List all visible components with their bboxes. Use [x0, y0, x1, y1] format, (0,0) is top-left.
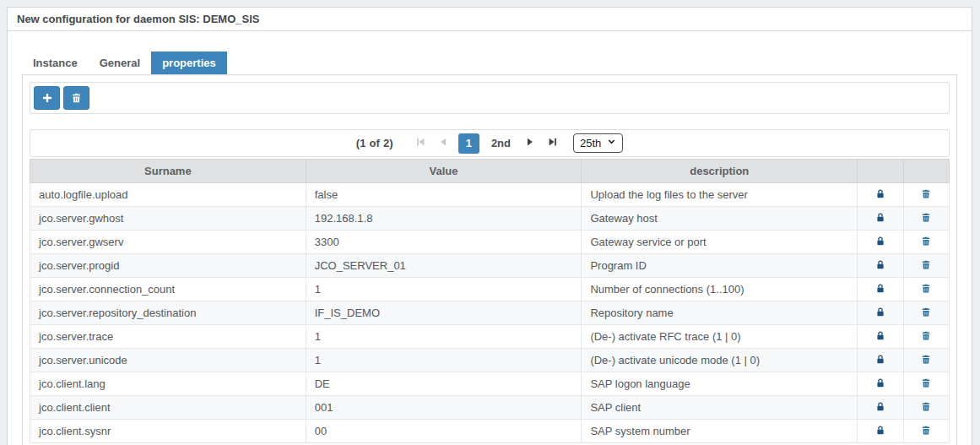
- lock-button[interactable]: [870, 210, 891, 227]
- plus-icon: [41, 92, 53, 104]
- column-header-delete: [903, 160, 949, 183]
- property-value-cell: 192.168.1.8: [306, 207, 582, 231]
- table-row[interactable]: jco.client.lang DE SAP logon language: [30, 372, 950, 396]
- property-description-cell: Number of connections (1..100): [582, 278, 858, 301]
- table-row[interactable]: jco.server.unicode 1 (De-) activate unic…: [30, 349, 950, 372]
- property-description-cell: Upload the log files to the server: [582, 183, 858, 207]
- properties-tab-panel: (1 of 2) 1 2nd: [22, 74, 957, 445]
- property-description-cell: (De-) activate unicode mode (1 | 0): [582, 349, 858, 372]
- property-name-cell: jco.server.connection_count: [30, 278, 306, 301]
- lock-button[interactable]: [870, 234, 891, 251]
- lock-button[interactable]: [870, 305, 891, 322]
- property-value-cell: 3300: [306, 231, 582, 254]
- tab-bar: Instance General properties: [22, 52, 957, 74]
- lock-button[interactable]: [870, 423, 891, 440]
- table-row[interactable]: jco.server.repository_destination IF_IS_…: [30, 301, 950, 325]
- table-row[interactable]: jco.server.gwhost 192.168.1.8 Gateway ho…: [30, 207, 950, 231]
- lock-icon: [875, 330, 885, 344]
- rows-per-page-select[interactable]: 25th: [573, 133, 623, 153]
- property-value-cell: DE: [306, 372, 582, 396]
- row-delete-button[interactable]: [916, 210, 936, 227]
- chevron-down-icon: [607, 137, 616, 149]
- trash-icon: [921, 377, 931, 391]
- table-row[interactable]: jco.server.gwserv 3300 Gateway service o…: [30, 231, 950, 254]
- property-name-cell: jco.server.repository_destination: [30, 301, 306, 325]
- property-name-cell: jco.server.unicode: [30, 349, 306, 372]
- property-value-cell: IF_IS_DEMO: [306, 301, 582, 325]
- column-header-description: description: [582, 160, 858, 183]
- table-row[interactable]: jco.server.progid JCO_SERVER_01 Program …: [30, 254, 950, 278]
- property-name-cell: jco.server.gwhost: [30, 207, 306, 231]
- lock-button[interactable]: [870, 352, 891, 369]
- property-description-cell: (De-) activate RFC trace (1 | 0): [582, 325, 858, 349]
- table-body: auto.logfile.upload false Upload the log…: [30, 183, 950, 443]
- property-value-cell: 1: [306, 278, 582, 301]
- lock-icon: [875, 377, 885, 391]
- property-value-cell: 00: [306, 420, 582, 443]
- lock-icon: [875, 259, 885, 273]
- delete-selected-button[interactable]: [63, 86, 89, 110]
- row-delete-button[interactable]: [916, 399, 936, 416]
- trash-icon: [921, 283, 931, 296]
- trash-icon: [71, 92, 82, 104]
- table-row[interactable]: jco.client.sysnr 00 SAP system number: [30, 420, 950, 443]
- add-property-button[interactable]: [34, 86, 60, 110]
- property-name-cell: jco.server.trace: [30, 325, 306, 349]
- column-header-surname: Surname: [30, 160, 306, 183]
- trash-icon: [921, 354, 931, 367]
- property-name-cell: jco.client.sysnr: [30, 420, 306, 443]
- lock-button[interactable]: [870, 399, 891, 416]
- trash-icon: [921, 259, 931, 273]
- column-header-lock: [858, 160, 903, 183]
- trash-icon: [921, 212, 931, 225]
- tab-instance[interactable]: Instance: [22, 52, 89, 74]
- lock-icon: [875, 212, 885, 225]
- trash-icon: [921, 188, 931, 202]
- table-row[interactable]: jco.server.trace 1 (De-) activate RFC tr…: [30, 325, 950, 349]
- lock-button[interactable]: [870, 281, 891, 298]
- tab-general[interactable]: General: [89, 52, 151, 74]
- row-delete-button[interactable]: [916, 258, 936, 274]
- lock-button[interactable]: [870, 328, 891, 345]
- trash-icon: [921, 307, 931, 320]
- trash-icon: [921, 401, 931, 415]
- table-row[interactable]: auto.logfile.upload false Upload the log…: [30, 183, 950, 207]
- row-delete-button[interactable]: [916, 423, 936, 440]
- lock-icon: [875, 307, 885, 320]
- property-value-cell: 1: [306, 325, 582, 349]
- property-name-cell: jco.server.progid: [30, 254, 306, 278]
- lock-button[interactable]: [870, 258, 891, 274]
- row-delete-button[interactable]: [916, 376, 936, 393]
- row-delete-button[interactable]: [916, 328, 936, 345]
- row-delete-button[interactable]: [916, 305, 936, 322]
- lock-button[interactable]: [870, 187, 891, 204]
- column-header-value: Value: [306, 160, 582, 183]
- row-delete-button[interactable]: [916, 234, 936, 251]
- prev-page-button[interactable]: [436, 136, 451, 151]
- row-delete-button[interactable]: [916, 281, 936, 298]
- property-description-cell: Gateway host: [582, 207, 858, 231]
- row-delete-button[interactable]: [916, 187, 936, 204]
- lock-icon: [875, 188, 885, 202]
- property-name-cell: jco.client.lang: [30, 372, 306, 396]
- trash-icon: [921, 425, 931, 438]
- lock-icon: [875, 236, 885, 249]
- current-page-report: (1 of 2): [356, 137, 393, 149]
- paginator: (1 of 2) 1 2nd: [30, 129, 950, 157]
- tab-properties[interactable]: properties: [151, 52, 227, 74]
- page-2-button[interactable]: 2nd: [487, 133, 515, 154]
- table-row[interactable]: jco.client.client 001 SAP client: [30, 396, 950, 420]
- property-value-cell: false: [306, 183, 582, 207]
- next-page-button[interactable]: [522, 136, 538, 151]
- property-description-cell: SAP system number: [582, 420, 858, 443]
- property-description-cell: Gateway service or port: [582, 231, 858, 254]
- lock-button[interactable]: [870, 376, 891, 393]
- lock-icon: [875, 283, 885, 296]
- last-page-button[interactable]: [545, 136, 560, 151]
- first-page-button[interactable]: [413, 136, 428, 151]
- row-delete-button[interactable]: [916, 352, 936, 369]
- property-value-cell: JCO_SERVER_01: [306, 254, 582, 278]
- table-row[interactable]: jco.server.connection_count 1 Number of …: [30, 278, 950, 301]
- page-1-button[interactable]: 1: [458, 133, 479, 154]
- trash-icon: [921, 330, 931, 344]
